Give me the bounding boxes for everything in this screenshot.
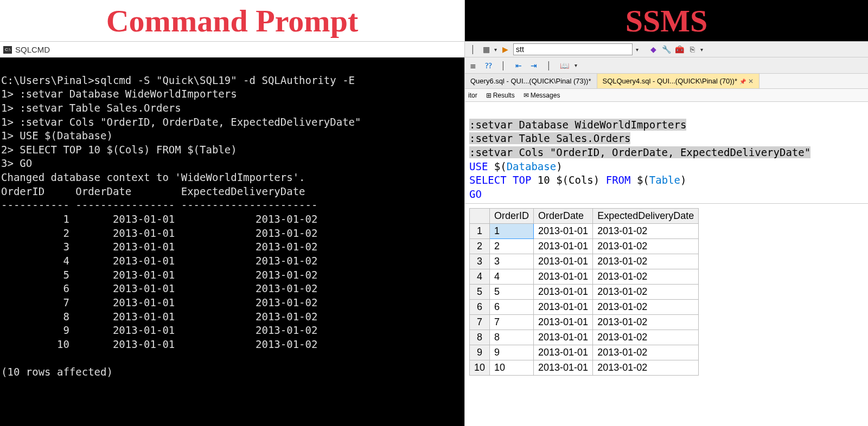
table-row[interactable]: 772013-01-012013-01-02 [470, 315, 699, 330]
row-number-cell[interactable]: 2 [470, 239, 490, 254]
row-number-cell[interactable]: 7 [470, 315, 490, 330]
grid-icon: ⊞ [486, 92, 492, 99]
row-number-cell[interactable]: 6 [470, 300, 490, 315]
outdent-icon[interactable]: ⁇ [483, 61, 493, 70]
column-header[interactable] [470, 209, 490, 224]
left-title: Command Prompt [106, 3, 359, 39]
dropdown-icon-4[interactable]: ▾ [575, 62, 577, 68]
vs-icon[interactable]: ◆ [648, 44, 658, 54]
data-cell[interactable]: 2013-01-02 [593, 224, 699, 239]
sql-editor[interactable]: :setvar Database WideWorldImporters :set… [465, 102, 868, 203]
data-cell[interactable]: 2013-01-01 [534, 269, 593, 285]
row-number-cell[interactable]: 1 [470, 224, 490, 239]
subtab-results[interactable]: ⊞Results [484, 91, 517, 100]
table-row[interactable]: 10102013-01-012013-01-02 [470, 360, 699, 376]
data-cell[interactable]: 2013-01-02 [593, 269, 699, 285]
pin-icon[interactable] [739, 77, 746, 85]
data-cell[interactable]: 2013-01-01 [534, 285, 593, 300]
row-number-cell[interactable]: 4 [470, 269, 490, 285]
editor-line-3: :setvar Cols "OrderID, OrderDate, Expect… [469, 146, 810, 158]
data-cell[interactable]: 1 [490, 224, 534, 239]
data-cell[interactable]: 6 [490, 300, 534, 315]
subtab-messages[interactable]: ✉Messages [521, 91, 563, 100]
search-start-icon[interactable]: ▶ [500, 44, 510, 54]
table-row[interactable]: 332013-01-012013-01-02 [470, 254, 699, 269]
quick-launch-input[interactable] [513, 43, 633, 55]
wrench-icon[interactable]: 🔧 [661, 44, 671, 54]
ssms-subtabs: itor ⊞Results ✉Messages [465, 89, 868, 102]
editor-line-2: :setvar Table Sales.Orders [469, 132, 630, 144]
toolbar-separator: │ [468, 44, 478, 54]
close-icon[interactable]: ✕ [748, 78, 754, 85]
row-number-cell[interactable]: 8 [470, 330, 490, 345]
document-tab[interactable]: Query6.sql - QUI...(QUICK\Pinal (73))* [465, 74, 597, 88]
row-number-cell[interactable]: 3 [470, 254, 490, 269]
data-cell[interactable]: 3 [490, 254, 534, 269]
cmd-body[interactable]: C:\Users\Pinal>sqlcmd -S "Quick\SQL19" -… [0, 57, 464, 426]
dropdown-icon-3[interactable]: ▾ [700, 47, 703, 53]
table-row[interactable]: 882013-01-012013-01-02 [470, 330, 699, 345]
column-header[interactable]: OrderDate [534, 209, 593, 224]
chart-icon[interactable]: ▦ [481, 44, 491, 54]
table-row[interactable]: 662013-01-012013-01-02 [470, 300, 699, 315]
book-icon[interactable]: 📖 [559, 61, 569, 70]
tab-label: Query6.sql - QUI...(QUICK\Pinal (73))* [470, 77, 591, 85]
table-row[interactable]: 112013-01-012013-01-02 [470, 224, 699, 239]
table-row[interactable]: 222013-01-012013-01-02 [470, 239, 699, 254]
arrow-left-icon[interactable]: ⇤ [514, 61, 524, 70]
data-cell[interactable]: 2013-01-02 [593, 315, 699, 330]
ssms-toolbar-2: ≣ ⁇ │ ⇤ ⇥ │ 📖 ▾ [465, 57, 868, 74]
editor-line-1: :setvar Database WideWorldImporters [469, 119, 686, 131]
data-cell[interactable]: 2 [490, 239, 534, 254]
cmd-titlebar: C:\ SQLCMD [0, 41, 464, 57]
dropdown-icon[interactable]: ▾ [494, 47, 497, 53]
ssms-toolbar-1: │ ▦ ▾ ▶ ▾ ◆ 🔧 🧰 ⎘ ▾ [465, 41, 868, 57]
tab-label: SQLQuery4.sql - QUI...(QUICK\Pinal (70))… [603, 77, 738, 85]
data-cell[interactable]: 10 [490, 360, 534, 376]
document-tab[interactable]: SQLQuery4.sql - QUI...(QUICK\Pinal (70))… [597, 74, 760, 88]
ssms-tabs: Query6.sql - QUI...(QUICK\Pinal (73))*SQ… [465, 74, 868, 89]
data-cell[interactable]: 2013-01-02 [593, 300, 699, 315]
data-cell[interactable]: 9 [490, 345, 534, 360]
arrow-right-icon[interactable]: ⇥ [529, 61, 539, 70]
data-cell[interactable]: 2013-01-02 [593, 330, 699, 345]
data-cell[interactable]: 2013-01-01 [534, 345, 593, 360]
data-cell[interactable]: 2013-01-01 [534, 330, 593, 345]
messages-icon: ✉ [524, 92, 529, 99]
indent-icon[interactable]: ≣ [468, 61, 478, 70]
right-header: SSMS [465, 0, 868, 41]
column-header[interactable]: ExpectedDeliveryDate [593, 209, 699, 224]
data-cell[interactable]: 2013-01-01 [534, 239, 593, 254]
data-cell[interactable]: 8 [490, 330, 534, 345]
dropdown-icon-2[interactable]: ▾ [636, 47, 639, 53]
ssms-panel: SSMS │ ▦ ▾ ▶ ▾ ◆ 🔧 🧰 ⎘ ▾ ≣ ⁇ │ ⇤ ⇥ │ 📖 ▾… [464, 0, 868, 426]
data-cell[interactable]: 2013-01-02 [593, 254, 699, 269]
data-cell[interactable]: 5 [490, 285, 534, 300]
results-pane: OrderIDOrderDateExpectedDeliveryDate1120… [465, 203, 868, 426]
subtab-editor[interactable]: itor [466, 91, 480, 100]
toolbar-separator-3: │ [544, 61, 554, 70]
table-row[interactable]: 992013-01-012013-01-02 [470, 345, 699, 360]
data-cell[interactable]: 2013-01-01 [534, 315, 593, 330]
row-number-cell[interactable]: 10 [470, 360, 490, 376]
data-cell[interactable]: 2013-01-01 [534, 360, 593, 376]
data-cell[interactable]: 2013-01-02 [593, 285, 699, 300]
data-cell[interactable]: 2013-01-01 [534, 254, 593, 269]
data-cell[interactable]: 4 [490, 269, 534, 285]
data-cell[interactable]: 2013-01-01 [534, 224, 593, 239]
export-icon[interactable]: ⎘ [687, 44, 697, 54]
row-number-cell[interactable]: 9 [470, 345, 490, 360]
results-grid[interactable]: OrderIDOrderDateExpectedDeliveryDate1120… [469, 208, 699, 376]
right-title: SSMS [626, 3, 708, 39]
data-cell[interactable]: 2013-01-01 [534, 300, 593, 315]
data-cell[interactable]: 2013-01-02 [593, 360, 699, 376]
table-row[interactable]: 552013-01-012013-01-02 [470, 285, 699, 300]
row-number-cell[interactable]: 5 [470, 285, 490, 300]
table-row[interactable]: 442013-01-012013-01-02 [470, 269, 699, 285]
toolbox-icon[interactable]: 🧰 [674, 44, 684, 54]
data-cell[interactable]: 2013-01-02 [593, 239, 699, 254]
data-cell[interactable]: 7 [490, 315, 534, 330]
column-header[interactable]: OrderID [490, 209, 534, 224]
cmd-window-icon: C:\ [3, 46, 12, 54]
data-cell[interactable]: 2013-01-02 [593, 345, 699, 360]
